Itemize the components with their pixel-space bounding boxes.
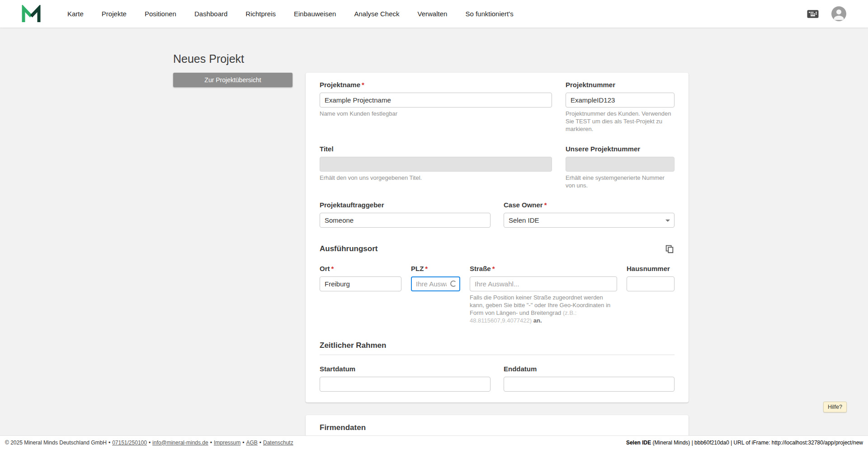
- projektauftraggeber-label: Projektauftraggeber: [320, 201, 491, 209]
- titel-input: [320, 157, 552, 172]
- back-to-projects-button[interactable]: Zur Projektübersicht: [173, 73, 292, 87]
- user-avatar[interactable]: [831, 6, 846, 21]
- strasse-helper: Falls die Position keiner Straße zugeord…: [470, 294, 617, 325]
- top-nav: Karte Projekte Positionen Dashboard Rich…: [0, 0, 868, 28]
- footer-link-impressum[interactable]: Impressum: [214, 440, 241, 446]
- projektnummer-label: Projektnummer: [566, 81, 675, 89]
- field-unsere-projektnummer: Unsere Projektnummer Erhält eine systemg…: [566, 145, 675, 190]
- session-info: Selen IDE (Mineral Minds) | bbb60f210da0…: [626, 440, 863, 446]
- chevron-down-icon: [665, 220, 670, 222]
- ort-label-text: Ort: [320, 265, 330, 272]
- nav-item-analyse-check[interactable]: Analyse Check: [354, 10, 399, 18]
- strasse-label: Straße*: [470, 265, 617, 272]
- field-enddatum: Enddatum: [504, 365, 675, 392]
- header-actions: [806, 6, 846, 21]
- startdatum-input[interactable]: [320, 377, 491, 392]
- field-plz: PLZ*: [411, 265, 460, 291]
- required-asterisk: *: [362, 81, 364, 89]
- unsere-projektnummer-helper: Erhält eine systemgenerierte Nummer von …: [566, 174, 675, 190]
- session-details: (Mineral Minds) | bbb60f210da0 | URL of …: [651, 440, 863, 446]
- nav-item-dashboard[interactable]: Dashboard: [194, 10, 227, 18]
- footer-link-email[interactable]: info@mineral-minds.de: [152, 440, 208, 446]
- plz-label-text: PLZ: [411, 265, 424, 272]
- projektname-helper: Name vom Kunden festlegbar: [320, 110, 552, 118]
- field-projektname: Projektname* Name vom Kunden festlegbar: [320, 81, 552, 133]
- mineral-minds-logo[interactable]: [21, 5, 42, 23]
- field-case-owner: Case Owner* Selen IDE: [504, 201, 675, 228]
- strasse-helper-main: Falls die Position keiner Straße zugeord…: [470, 294, 610, 316]
- field-strasse: Straße*: [470, 265, 617, 291]
- enddatum-input[interactable]: [504, 377, 675, 392]
- unsere-projektnummer-label: Unsere Projektnummer: [566, 145, 675, 153]
- field-startdatum: Startdatum: [320, 365, 491, 392]
- required-asterisk: *: [544, 201, 547, 209]
- strasse-label-text: Straße: [470, 265, 491, 272]
- projektauftraggeber-input[interactable]: [320, 213, 491, 228]
- person-icon: [831, 6, 846, 21]
- hausnummer-label: Hausnummer: [627, 265, 675, 272]
- footer: © 2025 Mineral Minds Deutschland GmbH • …: [0, 435, 868, 449]
- startdatum-label: Startdatum: [320, 365, 491, 373]
- enddatum-label: Enddatum: [504, 365, 675, 373]
- section-ausfuehrungsort: Ausführungsort: [320, 244, 377, 253]
- keyboard-icon[interactable]: [806, 7, 820, 21]
- field-hausnummer: Hausnummer: [627, 265, 675, 291]
- nav-item-verwalten[interactable]: Verwalten: [418, 10, 448, 18]
- session-user: Selen IDE: [626, 440, 651, 446]
- separator-dot: •: [149, 440, 151, 446]
- case-owner-label-text: Case Owner: [504, 201, 543, 209]
- ort-input[interactable]: [320, 276, 401, 291]
- case-owner-label: Case Owner*: [504, 201, 675, 209]
- field-ort: Ort*: [320, 265, 401, 291]
- projektnummer-helper: Projektnummer des Kunden. Verwenden Sie …: [566, 110, 675, 133]
- mineral-minds-logo-icon: [21, 5, 41, 23]
- case-owner-value: Selen IDE: [509, 216, 539, 224]
- required-asterisk: *: [331, 265, 334, 272]
- help-button[interactable]: Hilfe?: [823, 402, 847, 412]
- section-firmendaten: Firmendaten: [320, 423, 675, 435]
- separator-dot: •: [210, 440, 212, 446]
- titel-label: Titel: [320, 145, 552, 153]
- nav-item-projekte[interactable]: Projekte: [102, 10, 127, 18]
- main-content: Neues Projekt Zur Projektübersicht Proje…: [0, 28, 868, 435]
- project-form-card: Projektname* Name vom Kunden festlegbar …: [306, 73, 689, 402]
- ort-label: Ort*: [320, 265, 401, 272]
- field-titel: Titel Erhält den von uns vorgegebenen Ti…: [320, 145, 552, 190]
- company-data-card: Firmendaten: [306, 415, 689, 435]
- nav-item-karte[interactable]: Karte: [67, 10, 84, 18]
- strasse-input[interactable]: [470, 276, 617, 291]
- separator-dot: •: [259, 440, 261, 446]
- projektname-input[interactable]: [320, 93, 552, 108]
- field-projektnummer: Projektnummer Projektnummer des Kunden. …: [566, 81, 675, 133]
- footer-links: © 2025 Mineral Minds Deutschland GmbH • …: [5, 440, 293, 446]
- projektname-label: Projektname*: [320, 81, 552, 89]
- nav-item-positionen[interactable]: Positionen: [145, 10, 176, 18]
- nav-item-einbauweisen[interactable]: Einbauweisen: [294, 10, 336, 18]
- section-zeitlicher-rahmen: Zeitlicher Rahmen: [320, 341, 675, 355]
- copy-icon: [665, 244, 675, 254]
- case-owner-select[interactable]: Selen IDE: [504, 213, 675, 228]
- field-projektauftraggeber: Projektauftraggeber: [320, 201, 491, 228]
- page-title: Neues Projekt: [173, 52, 689, 65]
- hausnummer-input[interactable]: [627, 276, 675, 291]
- footer-link-agb[interactable]: AGB: [246, 440, 257, 446]
- copyright-text: © 2025 Mineral Minds Deutschland GmbH: [5, 440, 107, 446]
- footer-link-datenschutz[interactable]: Datenschutz: [263, 440, 293, 446]
- required-asterisk: *: [492, 265, 495, 272]
- main-nav: Karte Projekte Positionen Dashboard Rich…: [67, 10, 806, 18]
- separator-dot: •: [108, 440, 110, 446]
- plz-label: PLZ*: [411, 265, 460, 272]
- unsere-projektnummer-input: [566, 157, 675, 172]
- required-asterisk: *: [425, 265, 428, 272]
- titel-helper: Erhält den von uns vorgegebenen Titel.: [320, 174, 552, 182]
- footer-link-phone[interactable]: 07151/250100: [112, 440, 147, 446]
- projektname-label-text: Projektname: [320, 81, 360, 89]
- projektnummer-input[interactable]: [566, 93, 675, 108]
- separator-dot: •: [242, 440, 244, 446]
- nav-item-richtpreis[interactable]: Richtpreis: [245, 10, 276, 18]
- copy-address-button[interactable]: [665, 244, 675, 254]
- nav-item-so-funktionierts[interactable]: So funktioniert's: [465, 10, 513, 18]
- strasse-helper-suffix: an.: [532, 317, 542, 324]
